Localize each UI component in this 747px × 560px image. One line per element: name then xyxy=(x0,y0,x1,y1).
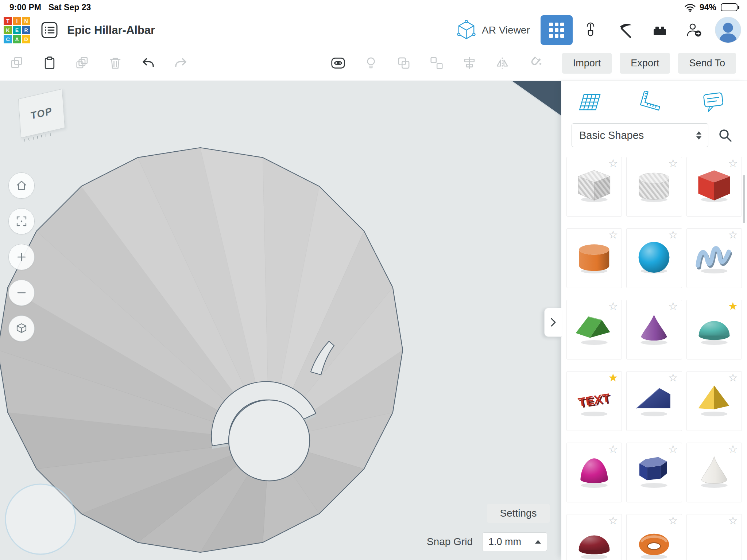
snap-grid-select[interactable]: 1.0 mm xyxy=(482,532,547,551)
scribble-shape-icon xyxy=(687,239,742,275)
ar-viewer-button[interactable]: AR Viewer xyxy=(455,15,530,46)
undo-button[interactable] xyxy=(140,55,156,71)
brick-export-button[interactable] xyxy=(650,20,670,40)
favorite-star-icon[interactable]: ☆ xyxy=(668,301,678,312)
ungroup-button[interactable] xyxy=(429,55,445,71)
shape-tile-scribble[interactable]: ☆ xyxy=(686,228,742,288)
shape-tile-sphere[interactable]: ☆ xyxy=(626,228,682,288)
mirror-button[interactable] xyxy=(494,55,510,71)
ungroup-icon xyxy=(429,56,444,70)
favorite-star-icon[interactable]: ☆ xyxy=(728,372,738,383)
favorite-star-icon[interactable]: ☆ xyxy=(668,229,678,240)
snap-button[interactable] xyxy=(527,55,543,71)
shape-tile-paraboloid[interactable]: ☆ xyxy=(566,443,622,502)
favorite-star-icon[interactable]: ☆ xyxy=(668,515,678,526)
shape-tile-cone[interactable]: ☆ xyxy=(626,300,682,359)
share-user-button[interactable] xyxy=(684,20,704,40)
favorite-star-filled-icon[interactable]: ★ xyxy=(608,372,618,383)
material-button[interactable] xyxy=(363,55,379,71)
redo-button[interactable] xyxy=(173,55,189,71)
3d-scene[interactable] xyxy=(0,81,561,560)
send-to-button[interactable]: Send To xyxy=(678,53,736,74)
export-button[interactable]: Export xyxy=(620,53,670,74)
cone-shape-icon xyxy=(627,310,681,346)
lightbulb-icon xyxy=(364,56,378,70)
shape-tile-hidden[interactable]: ☆ xyxy=(686,514,742,560)
workspace: TOP xyxy=(0,81,747,560)
pickaxe-icon xyxy=(617,22,634,39)
panel-collapse-button[interactable] xyxy=(544,308,562,337)
3d-viewport[interactable]: TOP xyxy=(0,81,561,560)
duplicate-icon xyxy=(75,56,90,70)
shape-tile-polygon[interactable]: ☆ xyxy=(626,443,682,502)
fit-view-button[interactable] xyxy=(8,208,35,234)
favorite-star-icon[interactable]: ☆ xyxy=(728,158,738,169)
align-button[interactable] xyxy=(461,55,477,71)
duplicate-button[interactable] xyxy=(74,55,90,71)
zoom-in-button[interactable] xyxy=(8,244,35,270)
mirror-icon xyxy=(495,56,510,70)
favorite-star-icon[interactable]: ☆ xyxy=(668,444,678,455)
favorite-star-icon[interactable]: ☆ xyxy=(668,158,678,169)
favorite-star-icon[interactable]: ☆ xyxy=(608,444,618,455)
shape-tile-half-sphere-red[interactable]: ☆ xyxy=(566,514,622,560)
shape-tile-soft-cone[interactable]: ☆ xyxy=(686,443,742,502)
shape-tile-cylinder[interactable]: ☆ xyxy=(566,228,622,288)
favorite-star-icon[interactable]: ☆ xyxy=(608,301,618,312)
panel-scrollbar[interactable] xyxy=(743,175,745,223)
shape-tile-text[interactable]: ★TEXTTEXT xyxy=(566,371,622,431)
shape-tile-wedge[interactable]: ☆ xyxy=(626,371,682,431)
shape-tile-box[interactable]: ☆ xyxy=(686,157,742,217)
copy-button[interactable] xyxy=(9,55,25,71)
shapes-panel: Basic Shapes ☆☆☆☆☆☆☆☆★★TEXTTEXT☆☆☆☆☆☆☆☆ xyxy=(561,81,747,560)
shape-search-button[interactable] xyxy=(713,124,737,147)
favorite-star-icon[interactable]: ☆ xyxy=(608,515,618,526)
tinkercad-logo[interactable]: TIN KER CAD xyxy=(4,17,30,43)
import-button[interactable]: Import xyxy=(562,53,612,74)
pyramid-shape-icon xyxy=(687,382,742,418)
battery-percent: 94% xyxy=(700,3,716,12)
delete-button[interactable] xyxy=(107,55,123,71)
shape-tile-tube[interactable]: ☆ xyxy=(626,514,682,560)
home-view-button[interactable] xyxy=(8,172,35,199)
design-menu-button[interactable] xyxy=(41,22,58,39)
ruler-tool-button[interactable] xyxy=(637,90,666,114)
grid-icon xyxy=(549,23,564,38)
shape-tile-half-sphere[interactable]: ★ xyxy=(686,300,742,359)
paste-button[interactable] xyxy=(42,55,58,71)
cylinder-hole-shape-icon xyxy=(627,167,681,203)
group-button[interactable] xyxy=(396,55,412,71)
favorite-star-icon[interactable]: ☆ xyxy=(608,158,618,169)
shape-tile-roof[interactable]: ☆ xyxy=(566,300,622,359)
show-all-button[interactable] xyxy=(330,55,346,71)
shape-tile-cylinder-hole[interactable]: ☆ xyxy=(626,157,682,217)
list-menu-icon xyxy=(41,22,58,39)
favorite-star-icon[interactable]: ☆ xyxy=(728,515,738,526)
favorite-star-icon[interactable]: ☆ xyxy=(608,229,618,240)
shape-tile-pyramid[interactable]: ☆ xyxy=(686,371,742,431)
favorite-star-icon[interactable]: ☆ xyxy=(728,444,738,455)
favorite-star-icon[interactable]: ☆ xyxy=(728,229,738,240)
shape-tile-box-hole[interactable]: ☆ xyxy=(566,157,622,217)
tinkercad-app: 9:00 PM Sat Sep 23 94% TIN KER CAD xyxy=(0,0,747,560)
hole-circle-object[interactable] xyxy=(229,400,310,481)
text-shape-icon: TEXTTEXT xyxy=(567,382,622,418)
settings-button[interactable]: Settings xyxy=(487,504,550,523)
align-icon xyxy=(462,56,477,70)
zoom-out-button[interactable] xyxy=(8,280,35,306)
minecraft-export-button[interactable] xyxy=(616,20,635,40)
workplane-tool-button[interactable] xyxy=(574,90,603,114)
perspective-toggle-button[interactable] xyxy=(8,315,35,342)
sim-hand-button[interactable] xyxy=(581,20,600,40)
shapes-mode-button-active[interactable] xyxy=(541,15,573,45)
chevron-right-icon xyxy=(550,317,557,327)
favorite-star-icon[interactable]: ☆ xyxy=(668,372,678,383)
shape-category-select[interactable]: Basic Shapes xyxy=(572,123,708,147)
notes-tool-button[interactable] xyxy=(700,90,728,114)
profile-avatar[interactable] xyxy=(715,17,741,43)
ar-cube-icon xyxy=(455,19,477,41)
orbit-control[interactable] xyxy=(5,484,76,554)
favorite-star-filled-icon[interactable]: ★ xyxy=(728,301,738,312)
half-sphere-shape-icon xyxy=(687,310,742,346)
box-shape-icon xyxy=(687,167,742,203)
